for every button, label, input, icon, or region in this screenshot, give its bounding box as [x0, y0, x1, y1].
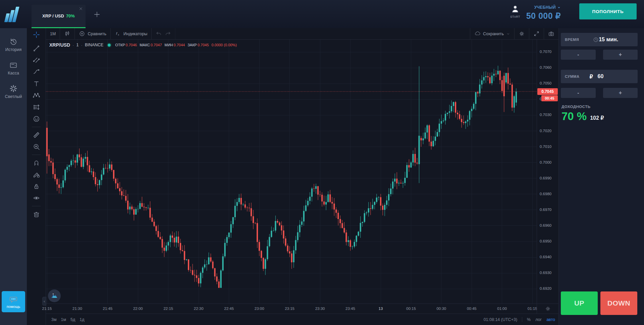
- deposit-button[interactable]: ПОПОЛНИТЬ: [579, 3, 637, 19]
- emoji-icon: [33, 115, 40, 123]
- sidebar-item-cashier[interactable]: Касса: [0, 56, 27, 80]
- price-tick: 0.7010: [540, 145, 551, 149]
- emoji-tool[interactable]: [27, 113, 46, 125]
- amount-field[interactable]: СУММА ₽ 60: [561, 70, 638, 83]
- drawing-toolbar: [27, 28, 46, 325]
- unlock-tool[interactable]: [27, 180, 46, 192]
- forecast-tool[interactable]: [27, 101, 46, 113]
- toolbar-separator: [32, 206, 41, 206]
- trash-tool[interactable]: [27, 208, 46, 220]
- crosshair-icon: [33, 31, 40, 39]
- asset-tab[interactable]: XRP / USD 70%: [32, 5, 86, 28]
- trading-app: XRP / USD 70% START УЧЕБНЫЙ 50 000 ₽ ПОП…: [0, 0, 644, 325]
- sidebar-item-theme[interactable]: Светлый: [0, 80, 27, 103]
- time-tick: 00:45: [467, 307, 477, 311]
- auto-scale-button[interactable]: авто: [546, 317, 555, 322]
- collapse-toolbar-handle[interactable]: ‹: [42, 297, 46, 306]
- down-button[interactable]: DOWN: [600, 291, 637, 315]
- app-logo[interactable]: [5, 7, 23, 22]
- fullscreen-icon: [533, 31, 540, 37]
- zoom-in-tool[interactable]: [27, 141, 46, 153]
- sidebar-item-label: Касса: [8, 71, 19, 75]
- time-axis-settings-button[interactable]: [537, 304, 558, 314]
- indicators-button[interactable]: fx Индикаторы: [111, 28, 152, 39]
- help-button[interactable]: помощь: [2, 291, 25, 312]
- time-plus-button[interactable]: +: [603, 50, 638, 60]
- footer-right: 01:08:14 (UTC+3) % лог авто: [484, 317, 558, 322]
- time-axis[interactable]: 21:1521:3021:4522:0022:1522:3022:4523:00…: [46, 304, 558, 314]
- range-button-5д[interactable]: 5д: [70, 317, 75, 322]
- chart-area[interactable]: XRP/USD · 1 · BINANCE ОТКР0.7046 МАКС0.7…: [46, 40, 537, 304]
- compare-button[interactable]: Сравнить: [75, 28, 111, 39]
- candlestick-chart[interactable]: [46, 40, 537, 304]
- range-button-1д[interactable]: 1д: [79, 317, 84, 322]
- drawing-mode-tool[interactable]: [27, 169, 46, 180]
- amount-plus-button[interactable]: +: [603, 88, 638, 98]
- exchange-logo-badge: [48, 289, 61, 302]
- account-button[interactable]: START: [508, 5, 523, 18]
- trend-line-tool[interactable]: [27, 43, 46, 54]
- fx-icon: fx: [115, 31, 121, 37]
- chart-type-button[interactable]: [60, 28, 75, 39]
- chart-toolbar: 1M Сравнить fx Индикаторы Сохранить: [46, 28, 558, 40]
- legend-ohlc: ОТКР0.7046 МАКС0.7047 МИН0.7044 ЗАКР0.70…: [115, 43, 236, 47]
- fib-tool[interactable]: [27, 54, 46, 66]
- sidebar-item-history[interactable]: История: [0, 33, 27, 56]
- time-tick: 23:45: [345, 307, 355, 311]
- balance-amount: 50 000 ₽: [526, 11, 561, 21]
- tab-close-icon[interactable]: [79, 7, 83, 11]
- crosshair-tool[interactable]: [27, 29, 46, 41]
- ruler-tool[interactable]: [27, 129, 46, 141]
- save-layout-button[interactable]: Сохранить: [470, 28, 514, 39]
- toolbar-separator: [32, 127, 41, 127]
- snapshot-button[interactable]: [544, 28, 558, 39]
- payout-label: ДОХОДНОСТЬ: [561, 105, 591, 109]
- time-tick: 00:30: [436, 307, 446, 311]
- undo-button[interactable]: [152, 28, 163, 39]
- price-tick: 0.7030: [540, 113, 551, 117]
- up-button[interactable]: UP: [561, 291, 598, 315]
- xabcd-pattern-tool[interactable]: [27, 90, 46, 101]
- topbar: XRP / USD 70% START УЧЕБНЫЙ 50 000 ₽ ПОП…: [0, 0, 644, 28]
- payout-percent: 70 %: [561, 110, 587, 123]
- amount-value: 60: [598, 73, 604, 79]
- range-button-1м[interactable]: 1м: [61, 317, 66, 322]
- chart-region: 1M Сравнить fx Индикаторы Сохранить: [27, 28, 558, 325]
- price-tick: 0.6970: [540, 208, 551, 212]
- chart-settings-button[interactable]: [514, 28, 529, 39]
- market-status-dot: [108, 44, 111, 47]
- time-field[interactable]: ВРЕМЯ 15 мин.: [561, 33, 638, 46]
- log-scale-button[interactable]: лог: [535, 317, 542, 322]
- circle-plus-icon: [79, 31, 85, 37]
- price-scale[interactable]: 0.7045 00:45 0.69200.69300.69400.69500.6…: [537, 40, 558, 304]
- amount-minus-button[interactable]: -: [561, 88, 596, 98]
- candles-icon: [64, 31, 70, 37]
- magnet-tool[interactable]: [27, 157, 46, 169]
- eye-tool[interactable]: [27, 192, 46, 204]
- text-tool[interactable]: [27, 78, 46, 90]
- legend-symbol: XRP/USD: [49, 42, 70, 48]
- percent-scale-button[interactable]: %: [527, 317, 531, 322]
- fullscreen-button[interactable]: [529, 28, 544, 39]
- time-value: 15 мин.: [599, 37, 618, 43]
- chart-legend: XRP/USD · 1 · BINANCE ОТКР0.7046 МАКС0.7…: [49, 42, 237, 48]
- range-button-3м[interactable]: 3м: [51, 317, 57, 322]
- trend-line-icon: [33, 45, 40, 52]
- brush-tool[interactable]: [27, 66, 46, 78]
- time-tick: 01:00: [497, 307, 507, 311]
- toolbar-separator: [32, 155, 41, 155]
- redo-button[interactable]: [163, 28, 175, 39]
- account-type-dropdown[interactable]: УЧЕБНЫЙ: [534, 5, 561, 10]
- legend-interval: 1: [76, 43, 79, 47]
- clock-utc: 01:08:14 (UTC+3): [484, 317, 517, 322]
- time-minus-button[interactable]: -: [561, 50, 596, 60]
- clock-icon: [588, 37, 594, 43]
- price-tick: 0.6930: [540, 271, 551, 275]
- add-tab-button[interactable]: [91, 9, 103, 20]
- time-tick: 21:30: [72, 307, 82, 311]
- current-price-tag: 0.7045: [537, 88, 558, 95]
- price-tick: 0.6960: [540, 223, 551, 227]
- chevron-down-icon: [557, 6, 561, 9]
- account-start-label: START: [508, 15, 523, 18]
- interval-button[interactable]: 1M: [46, 28, 60, 39]
